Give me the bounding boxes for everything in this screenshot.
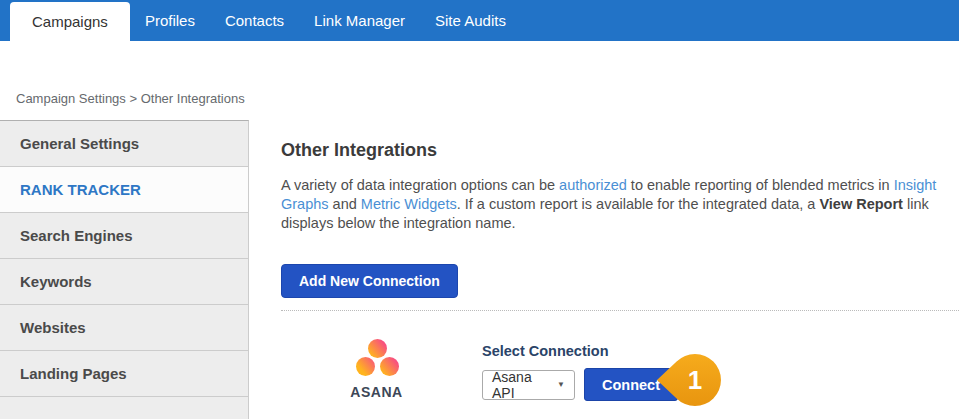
chevron-down-icon: ▼ xyxy=(557,380,565,389)
main-content: Other Integrations A variety of data int… xyxy=(281,140,959,419)
bold-text: View Report xyxy=(819,196,903,212)
step-number: 1 xyxy=(688,365,702,395)
tab-site-audits[interactable]: Site Audits xyxy=(420,0,521,41)
intro-text: A variety of data integration options ca… xyxy=(281,177,559,193)
page-title: Other Integrations xyxy=(281,140,959,161)
asana-dot-icon xyxy=(368,339,387,358)
intro-text: . If a custom report is available for th… xyxy=(457,196,820,212)
connection-block: Select Connection Asana API ▼ Connect xyxy=(482,343,678,401)
breadcrumb[interactable]: Campaign Settings > Other Integrations xyxy=(16,91,245,106)
tab-contacts[interactable]: Contacts xyxy=(210,0,299,41)
inline-link[interactable]: authorized xyxy=(559,177,627,193)
asana-dot-icon xyxy=(356,357,375,376)
select-connection-label: Select Connection xyxy=(482,343,678,359)
settings-sidebar: General Settings RANK TRACKER Search Eng… xyxy=(0,120,249,419)
intro-text: and xyxy=(329,196,361,212)
sidebar-item-keywords[interactable]: Keywords xyxy=(0,259,248,305)
sidebar-item-websites[interactable]: Websites xyxy=(0,305,248,351)
connection-select-value: Asana API xyxy=(492,369,549,401)
inline-link[interactable]: Metric Widgets xyxy=(361,196,457,212)
tab-link-manager[interactable]: Link Manager xyxy=(299,0,420,41)
asana-logo-icon xyxy=(353,339,401,377)
sidebar-item-landing-pages[interactable]: Landing Pages xyxy=(0,351,248,397)
asana-logo-block: ASANA xyxy=(329,339,424,400)
intro-text: to enable reporting of blended metrics i… xyxy=(627,177,894,193)
integration-row-asana: ASANA Select Connection Asana API ▼ Conn… xyxy=(281,311,959,419)
sidebar-item-rank-tracker[interactable]: RANK TRACKER xyxy=(0,167,248,213)
integration-name: ASANA xyxy=(329,384,424,400)
add-new-connection-button[interactable]: Add New Connection xyxy=(281,264,458,298)
connect-button[interactable]: Connect xyxy=(584,368,678,401)
asana-dot-icon xyxy=(380,357,399,376)
sidebar-item-general-settings[interactable]: General Settings xyxy=(0,121,248,167)
tab-campaigns[interactable]: Campaigns xyxy=(10,2,130,41)
sidebar-item-search-engines[interactable]: Search Engines xyxy=(0,213,248,259)
intro-paragraph: A variety of data integration options ca… xyxy=(281,176,939,233)
top-navigation: Campaigns Profiles Contacts Link Manager… xyxy=(0,0,959,41)
connection-select[interactable]: Asana API ▼ xyxy=(482,370,575,400)
tab-profiles[interactable]: Profiles xyxy=(130,0,210,41)
